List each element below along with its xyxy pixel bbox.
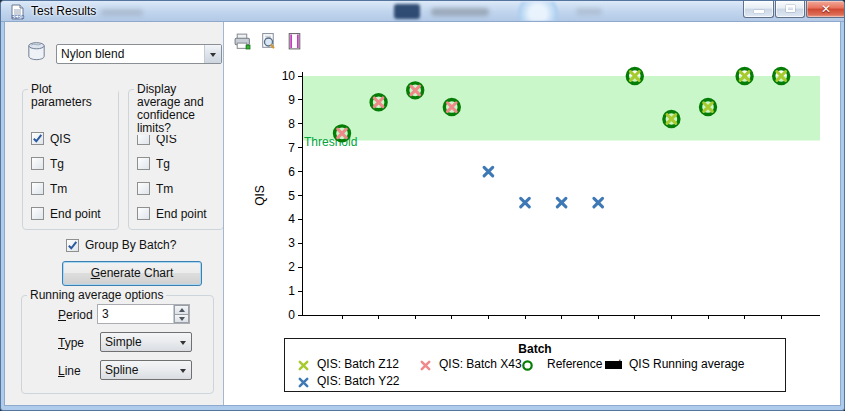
group-title: Running average options (27, 289, 166, 302)
plot-parameters-items: QISTgTmEnd point (23, 90, 118, 221)
generate-chart-label: Generate Chart (91, 262, 174, 285)
report-document-icon: REPO (10, 4, 25, 24)
line-label: Line (58, 364, 81, 378)
client-area: Nylon blend Plot parameters QISTgTmEnd p… (5, 22, 840, 405)
y-tick-label: 6 (288, 165, 295, 179)
checkbox-label: Tm (50, 182, 67, 196)
chevron-down-icon (174, 333, 191, 351)
plot-parameters-group: Plot parameters QISTgTmEnd point (22, 89, 119, 230)
y-tick-label: 2 (288, 260, 295, 274)
period-spinner (173, 305, 189, 323)
y-axis-title: QIS (253, 185, 267, 206)
svg-text:REPO: REPO (12, 15, 25, 20)
close-button[interactable]: ✕ (806, 1, 845, 18)
legend-swatch-ring (521, 359, 534, 372)
material-dropdown[interactable]: Nylon blend (56, 44, 222, 64)
checkbox-label: End point (50, 207, 101, 221)
maximize-button[interactable] (775, 1, 805, 18)
checkbox-box[interactable] (31, 132, 44, 145)
checkbox-label: End point (156, 207, 207, 221)
chart-legend: Batch QIS: Batch Z12QIS: Batch X43QIS: B… (284, 338, 786, 392)
display-checkbox-end-point[interactable]: End point (137, 206, 223, 221)
group-by-batch-checkbox[interactable] (66, 239, 79, 252)
type-dropdown[interactable]: Simple (100, 332, 192, 352)
checkbox-box[interactable] (31, 157, 44, 170)
group-title: Plot parameters (28, 83, 118, 109)
minimize-icon (754, 10, 764, 13)
spin-up-button[interactable] (174, 305, 189, 315)
checkbox-label: Tm (156, 182, 173, 196)
line-dropdown[interactable]: Spline (100, 360, 192, 380)
period-label: Period (58, 308, 93, 322)
checkbox-group-by-batch[interactable]: Group By Batch? (66, 238, 176, 252)
legend-swatch-x (297, 376, 310, 389)
minimize-button[interactable] (743, 1, 774, 18)
legend-swatch-x (297, 359, 310, 372)
period-input[interactable]: 3 (97, 304, 190, 324)
checkbox-label: Tg (50, 157, 64, 171)
material-sample-icon (25, 40, 48, 66)
y-tick-label: 1 (288, 284, 295, 298)
y-tick-label: 4 (288, 212, 295, 226)
data-point (557, 198, 566, 207)
legend-entry-label: QIS: Batch X43 (439, 357, 522, 371)
data-point (521, 198, 530, 207)
line-dropdown-value: Spline (105, 363, 138, 377)
y-tick-label: 5 (288, 189, 295, 203)
spin-down-button[interactable] (174, 315, 189, 324)
checkbox-box[interactable] (137, 207, 150, 220)
checkbox-label: QIS (50, 132, 71, 146)
close-icon: ✕ (807, 2, 845, 16)
display-average-group: Display average and confidence limits? Q… (128, 89, 224, 230)
legend-entry-label: QIS Running average (629, 357, 744, 371)
plot-checkbox-tm[interactable]: Tm (31, 181, 118, 196)
display-checkbox-tm[interactable]: Tm (137, 181, 223, 196)
type-label: Type (58, 336, 84, 350)
legend-swatch-x (419, 359, 432, 372)
checkbox-box[interactable] (31, 182, 44, 195)
window-title: Test Results (31, 4, 96, 18)
plot-checkbox-qis[interactable]: QIS (31, 131, 118, 146)
period-value: 3 (102, 307, 109, 321)
material-dropdown-value: Nylon blend (61, 47, 124, 61)
titlebar-glass-artifact (513, 2, 563, 21)
chart: Threshold012345678910QIS (224, 22, 842, 334)
checkbox-label: Tg (156, 157, 170, 171)
data-point (484, 167, 493, 176)
checkbox-box[interactable] (137, 182, 150, 195)
titlebar-glass-artifact (576, 8, 602, 15)
titlebar-glass-artifact (431, 8, 489, 16)
legend-swatch-bar (605, 361, 622, 369)
legend-entry-label: QIS: Batch Z12 (317, 357, 399, 371)
settings-panel: Nylon blend Plot parameters QISTgTmEnd p… (5, 22, 223, 405)
arrow-down-icon (179, 317, 185, 321)
plot-checkbox-end-point[interactable]: End point (31, 206, 118, 221)
running-average-group: Running average options Period 3 Type Si… (21, 295, 214, 394)
group-title: Display average and confidence limits? (134, 83, 226, 135)
y-tick-label: 10 (282, 69, 296, 83)
test-results-window: REPO Test Results ✕ Nylon blend (0, 0, 845, 411)
legend-entry-label: QIS: Batch Y22 (317, 374, 400, 388)
legend-title: Batch (285, 342, 785, 356)
chart-panel: Threshold012345678910QIS Batch QIS: Batc… (223, 22, 840, 405)
y-tick-label: 8 (288, 117, 295, 131)
chevron-down-icon (204, 45, 221, 63)
maximize-icon (786, 5, 795, 12)
titlebar-glass-artifact (394, 4, 420, 19)
type-dropdown-value: Simple (105, 335, 142, 349)
checkbox-box[interactable] (137, 157, 150, 170)
y-tick-label: 3 (288, 236, 295, 250)
group-by-batch-label: Group By Batch? (85, 238, 176, 252)
plot-checkbox-tg[interactable]: Tg (31, 156, 118, 171)
y-tick-label: 9 (288, 93, 295, 107)
generate-chart-button[interactable]: Generate Chart (62, 261, 202, 286)
titlebar[interactable]: REPO Test Results ✕ (1, 1, 844, 22)
chevron-down-icon (174, 361, 191, 379)
y-tick-label: 0 (288, 308, 295, 322)
data-point (594, 198, 603, 207)
y-tick-label: 7 (288, 141, 295, 155)
arrow-up-icon (179, 308, 185, 312)
display-checkbox-tg[interactable]: Tg (137, 156, 223, 171)
checkbox-box[interactable] (31, 207, 44, 220)
titlebar-glass-artifact (101, 9, 143, 16)
